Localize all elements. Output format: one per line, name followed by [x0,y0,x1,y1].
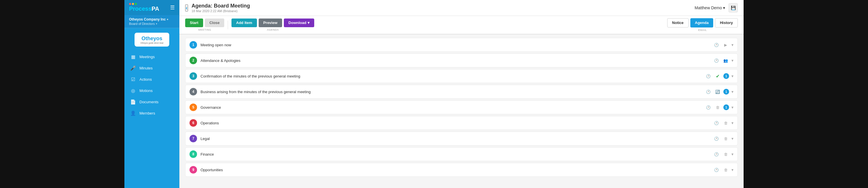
agenda-item-6[interactable]: 6 Operations 🕐🗑▾ [185,116,738,130]
item-title: Opportunities [200,168,709,172]
documents-label: Documents [140,100,159,104]
badge: 1 [723,73,729,79]
hamburger-icon[interactable]: ☰ [170,4,175,11]
item-title: Legal [200,136,709,141]
close-button[interactable]: Close [205,19,224,27]
client-logo-area: Otheyos Otheyos guide direct lead [129,28,175,49]
sidebar-item-minutes[interactable]: 🎤 Minutes [124,62,179,74]
delete-icon[interactable]: 🗑 [722,120,729,126]
item-number: 9 [189,166,197,174]
clock-icon[interactable]: 🕐 [705,104,712,111]
toolbar-divider-1 [228,21,228,29]
sidebar-header: ProcessPA ☰ [124,0,179,15]
item-actions: 🕐🗑▾ [713,166,734,173]
actions-icon: ☑ [130,76,136,82]
company-name-label: Otheyos Company Inc [129,18,166,22]
minutes-label: Minutes [140,66,153,70]
expand-icon[interactable]: ▾ [732,58,734,63]
clock-icon[interactable]: 🕐 [713,151,720,158]
agenda-item-7[interactable]: 7 Legal 🕐🗑▾ [185,132,738,146]
documents-icon: 📄 [130,99,136,105]
item-actions: 🕐👥▾ [713,57,734,64]
agenda-item-5[interactable]: 5 Governance 🕐🗑1▾ [185,100,738,114]
add-item-button[interactable]: Add Item [231,19,257,27]
clock-icon[interactable]: 🕐 [713,166,720,173]
toolbar-right: Notice Agenda History EMAIL [667,18,738,32]
back-button[interactable]: ‹ [185,4,188,11]
check-icon[interactable]: ✔ [714,72,721,80]
item-number: 6 [189,119,197,127]
notice-button[interactable]: Notice [667,18,689,28]
save-button[interactable]: 💾 [728,3,738,12]
clock-icon[interactable]: 🕐 [713,57,720,64]
company-selector[interactable]: Otheyos Company Inc ▾ Board of Directors… [124,15,179,28]
agenda-title: Agenda: Board Meeting [191,3,250,9]
start-button[interactable]: Start [185,19,203,27]
email-buttons: Notice Agenda History [667,18,738,28]
otheyos-name: Otheyos [142,36,162,42]
agenda-item-9[interactable]: 9 Opportunities 🕐🗑▾ [185,163,738,177]
item-title: Confirmation of the minutes of the previ… [200,74,701,79]
meeting-buttons: Start Close [185,19,224,27]
download-chevron: ▾ [308,20,310,26]
expand-icon[interactable]: ▾ [732,74,734,79]
sidebar-item-motions[interactable]: ◎ Motions [124,85,179,96]
agenda-item-3[interactable]: 3 Confirmation of the minutes of the pre… [185,69,738,83]
motions-label: Motions [140,89,153,93]
members-icon: 👤 [130,111,136,116]
sidebar-item-actions[interactable]: ☑ Actions [124,74,179,85]
history-button[interactable]: History [715,18,738,28]
expand-icon[interactable]: ▾ [732,121,734,125]
board-chevron: ▾ [156,23,157,25]
item-number: 2 [189,57,197,64]
meetings-icon: ▦ [130,54,136,60]
clock-icon[interactable]: 🕐 [705,72,712,80]
item-number: 7 [189,135,197,142]
agenda-buttons: Add Item Preview Download ▾ [231,19,314,27]
item-title: Business arising from the minutes of the… [200,90,701,94]
expand-icon[interactable]: ▾ [732,89,734,94]
clock-icon[interactable]: 🕐 [713,41,720,48]
clock-icon[interactable]: 🕐 [705,88,712,95]
agenda-group: Add Item Preview Download ▾ AGENDA [231,19,314,31]
expand-icon[interactable]: ▾ [732,105,734,109]
board-name[interactable]: Board of Directors ▾ [129,22,175,26]
item-actions: 🕐🗑▾ [713,120,734,126]
delete-icon[interactable]: 🗑 [722,166,729,173]
person-icon[interactable]: 👥 [722,57,729,64]
email-group: Notice Agenda History EMAIL [667,18,738,32]
agenda-item-2[interactable]: 2 Attendance & Apologies 🕐👥▾ [185,54,738,67]
clock-icon[interactable]: 🕐 [713,135,720,142]
expand-icon[interactable]: ▾ [732,167,734,172]
download-button[interactable]: Download ▾ [284,19,314,27]
sidebar-item-documents[interactable]: 📄 Documents [124,96,179,107]
agenda-button[interactable]: Agenda [690,18,713,28]
main-content: ‹ Agenda: Board Meeting 18 Mar 2020 2:22… [179,0,744,188]
agenda-title-block: Agenda: Board Meeting 18 Mar 2020 2:22 A… [191,3,250,13]
agenda-item-1[interactable]: 1 Meeting open now 🕐▶▾ [185,38,738,52]
sidebar-item-members[interactable]: 👤 Members [124,107,179,119]
agenda-date: 18 Mar 2020 2:22 AM (Brisbane) [191,9,250,13]
user-menu[interactable]: Matthew Demo ▾ [695,5,725,10]
expand-icon[interactable]: ▾ [732,42,734,47]
expand-icon[interactable]: ▾ [732,152,734,156]
item-title: Governance [200,105,701,109]
item-number: 1 [189,41,197,49]
company-name[interactable]: Otheyos Company Inc ▾ [129,18,175,22]
refresh-icon[interactable]: 🔄 [714,88,721,95]
clock-icon[interactable]: 🕐 [713,120,720,126]
delete-icon[interactable]: 🗑 [722,135,729,142]
item-number: 8 [189,150,197,158]
expand-icon[interactable]: ▾ [732,136,734,141]
delete-icon[interactable]: 🗑 [722,151,729,158]
badge: 1 [723,89,729,95]
sidebar-item-meetings[interactable]: ▦ Meetings [124,51,179,62]
play-icon[interactable]: ▶ [722,41,729,48]
agenda-item-8[interactable]: 8 Finance 🕐🗑▾ [185,147,738,161]
preview-button[interactable]: Preview [259,19,282,27]
logo: ProcessPA [129,3,159,12]
item-actions: 🕐▶▾ [713,41,734,48]
minutes-icon: 🎤 [130,65,136,71]
delete-icon[interactable]: 🗑 [714,104,721,111]
agenda-item-4[interactable]: 4 Business arising from the minutes of t… [185,85,738,99]
